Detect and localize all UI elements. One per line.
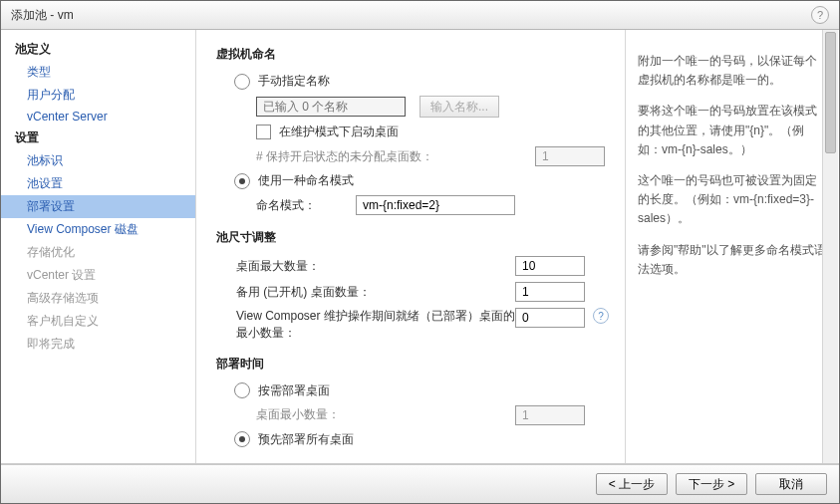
input-max-desktops[interactable] bbox=[515, 256, 585, 276]
radio-on-demand[interactable] bbox=[234, 382, 250, 398]
sidebar-item-user-assign[interactable]: 用户分配 bbox=[1, 84, 195, 107]
sidebar-item-pool-id[interactable]: 池标识 bbox=[1, 149, 195, 172]
next-button[interactable]: 下一步 > bbox=[676, 473, 747, 495]
input-naming-pattern[interactable] bbox=[356, 195, 515, 215]
label-min-ready: View Composer 维护操作期间就绪（已部署）桌面的最小数量： bbox=[236, 308, 515, 342]
radio-manual-naming[interactable] bbox=[234, 74, 250, 90]
label-on-demand: 按需部署桌面 bbox=[258, 382, 330, 399]
sidebar-item-pool-settings[interactable]: 池设置 bbox=[1, 172, 195, 195]
label-max-desktops: 桌面最大数量： bbox=[236, 258, 515, 275]
sidebar-group-settings: 设置 bbox=[1, 126, 195, 149]
sidebar-group-pool-def: 池定义 bbox=[1, 38, 195, 61]
form-area: 虚拟机命名 手动指定名称 输入名称... 在维护模式下启动桌面 bbox=[196, 30, 626, 463]
cancel-button[interactable]: 取消 bbox=[755, 473, 827, 495]
sidebar-item-provisioning[interactable]: 部署设置 bbox=[1, 195, 195, 218]
input-names-entered[interactable] bbox=[256, 97, 406, 117]
radio-upfront[interactable] bbox=[234, 431, 250, 447]
sidebar-item-type[interactable]: 类型 bbox=[1, 61, 195, 84]
input-min-ready[interactable] bbox=[515, 308, 585, 328]
help-text-3: 这个唯一的号码也可被设置为固定的长度。（例如：vm-{n:fixed=3}-sa… bbox=[638, 171, 827, 229]
help-text-1: 附加一个唯一的号码，以保证每个虚拟机的名称都是唯一的。 bbox=[638, 52, 827, 90]
sidebar-item-adv-storage: 高级存储选项 bbox=[1, 287, 195, 310]
scrollbar[interactable] bbox=[822, 30, 838, 463]
section-pool-sizing: 池尺寸调整 bbox=[216, 229, 615, 246]
label-maintenance-start: 在维护模式下启动桌面 bbox=[279, 124, 399, 140]
label-upfront: 预先部署所有桌面 bbox=[258, 431, 354, 448]
help-panel: 附加一个唯一的号码，以保证每个虚拟机的名称都是唯一的。 要将这个唯一的号码放置在… bbox=[626, 30, 839, 463]
sidebar-item-vcenter-settings: vCenter 设置 bbox=[1, 264, 195, 287]
sidebar-item-ready: 即将完成 bbox=[1, 333, 195, 356]
section-vm-naming: 虚拟机命名 bbox=[216, 46, 615, 63]
help-icon[interactable]: ? bbox=[811, 6, 829, 24]
label-spare-desktops: 备用 (已开机) 桌面数量： bbox=[236, 284, 515, 301]
sidebar: 池定义 类型 用户分配 vCenter Server 设置 池标识 池设置 部署… bbox=[1, 30, 196, 463]
help-text-2: 要将这个唯一的号码放置在该模式的其他位置，请使用"{n}"。（例如：vm-{n}… bbox=[638, 102, 827, 159]
help-icon-min-ready[interactable]: ? bbox=[593, 308, 609, 324]
back-button[interactable]: < 上一步 bbox=[596, 473, 668, 495]
section-provision-timing: 部署时间 bbox=[216, 356, 615, 373]
footer: < 上一步 下一步 > 取消 bbox=[1, 464, 839, 503]
radio-naming-pattern[interactable] bbox=[234, 173, 250, 189]
sidebar-item-view-composer-disks[interactable]: View Composer 磁盘 bbox=[1, 218, 195, 241]
help-text-4: 请参阅"帮助"以了解更多命名模式语法选项。 bbox=[638, 241, 827, 279]
sidebar-item-storage-opt: 存储优化 bbox=[1, 241, 195, 264]
input-spare-desktops[interactable] bbox=[515, 282, 585, 302]
enter-names-button[interactable]: 输入名称... bbox=[420, 96, 499, 118]
sidebar-item-guest-custom: 客户机自定义 bbox=[1, 310, 195, 333]
scrollbar-thumb[interactable] bbox=[825, 32, 836, 153]
title-bar: 添加池 - vm ? bbox=[1, 1, 839, 30]
checkbox-maintenance-start[interactable] bbox=[256, 125, 271, 139]
input-unassigned-count bbox=[535, 146, 605, 166]
sidebar-item-vcenter-server[interactable]: vCenter Server bbox=[1, 107, 195, 126]
label-naming-pattern: 使用一种命名模式 bbox=[258, 172, 354, 189]
label-min-desktops: 桌面最小数量： bbox=[256, 406, 515, 423]
label-unassigned-count: # 保持开启状态的未分配桌面数： bbox=[256, 148, 535, 165]
label-pattern: 命名模式： bbox=[256, 197, 356, 214]
window-title: 添加池 - vm bbox=[11, 7, 74, 24]
input-min-desktops bbox=[515, 405, 585, 425]
label-manual-naming: 手动指定名称 bbox=[258, 73, 330, 90]
